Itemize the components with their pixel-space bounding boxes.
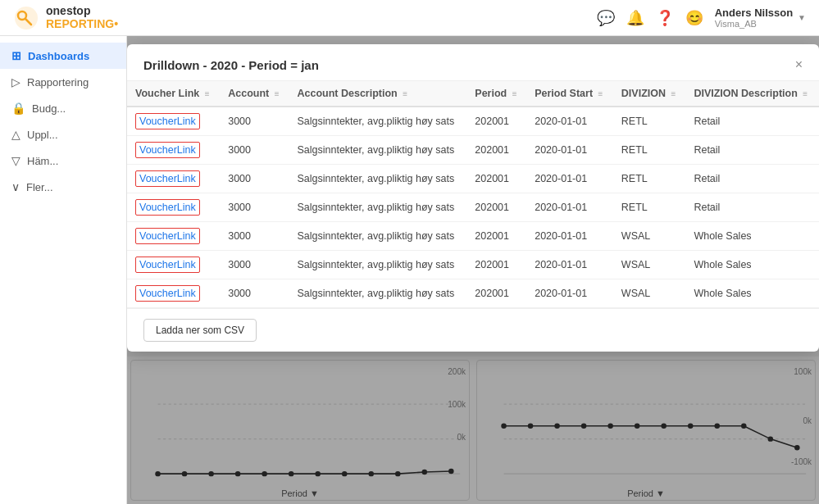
bell-icon[interactable]: 🔔 <box>626 9 644 27</box>
sort-icon: ≡ <box>403 89 407 98</box>
sort-icon: ≡ <box>598 89 603 98</box>
help-icon[interactable]: ❓ <box>656 9 674 27</box>
col-divizion: DIVIZION ≡ <box>613 81 686 107</box>
logo-icon <box>13 5 39 31</box>
table-cell: 202001 <box>466 136 526 165</box>
smiley-icon[interactable]: 😊 <box>685 9 703 27</box>
voucher-link-cell[interactable]: VoucherLink <box>127 279 220 308</box>
table-row: VoucherLink3000Salgsinntekter, avg.plikt… <box>127 193 819 222</box>
modal-header: Drilldown - 2020 - Period = jan × <box>127 44 819 81</box>
upload-icon: △ <box>11 128 20 141</box>
voucher-link-cell[interactable]: VoucherLink <box>127 165 220 193</box>
table-cell: 202001 <box>466 222 526 251</box>
logo-text: onestopREPORTING• <box>46 5 118 30</box>
sidebar-item-uppl[interactable]: △ Uppl... <box>0 121 126 148</box>
sidebar-item-uppl-label: Uppl... <box>27 129 58 141</box>
table-header: Voucher Link ≡ Account ≡ Account Descrip… <box>127 81 819 107</box>
table-row: VoucherLink3000Salgsinntekter, avg.plikt… <box>127 165 819 193</box>
sidebar-item-dashboards[interactable]: ⊞ Dashboards <box>0 43 126 69</box>
voucher-link[interactable]: VoucherLink <box>135 142 200 158</box>
voucher-link[interactable]: VoucherLink <box>135 257 200 273</box>
user-company: Visma_AB <box>715 19 793 29</box>
voucher-link[interactable]: VoucherLink <box>135 199 200 216</box>
table-cell: RETL <box>613 193 686 222</box>
col-period-start: Period Start ≡ <box>526 81 613 107</box>
table-cell: RETL <box>613 165 686 193</box>
table-cell: 3000 <box>220 251 289 279</box>
table-cell: Retail <box>685 165 819 193</box>
table-cell: Salgsinntekter, avg.pliktig høy sats <box>289 193 467 222</box>
sort-icon: ≡ <box>205 89 210 98</box>
table-cell: RETL <box>613 136 686 165</box>
table-cell: 202001 <box>466 279 526 308</box>
table-cell: Salgsinntekter, avg.pliktig høy sats <box>289 279 467 308</box>
table-cell: 3000 <box>220 193 289 222</box>
sidebar-item-ham[interactable]: ▽ Häm... <box>0 148 126 174</box>
table-cell: 2020-01-01 <box>526 279 613 308</box>
sort-icon: ≡ <box>671 89 676 98</box>
table-row: VoucherLink3000Salgsinntekter, avg.plikt… <box>127 107 819 136</box>
sidebar-item-rapportering[interactable]: ▷ Rapportering <box>0 69 126 95</box>
table-cell: 2020-01-01 <box>526 222 613 251</box>
sidebar: ⊞ Dashboards ▷ Rapportering 🔒 Budg... △ … <box>0 36 127 504</box>
table-cell: 202001 <box>466 193 526 222</box>
table-cell: Whole Sales <box>685 279 819 308</box>
table-cell: 2020-01-01 <box>526 165 613 193</box>
table-row: VoucherLink3000Salgsinntekter, avg.plikt… <box>127 279 819 308</box>
table-cell: 2020-01-01 <box>526 251 613 279</box>
voucher-link[interactable]: VoucherLink <box>135 170 200 187</box>
col-divizion-desc: DIVIZION Description ≡ <box>685 81 819 107</box>
table-cell: 2020-01-01 <box>526 107 613 136</box>
table-cell: 3000 <box>220 107 289 136</box>
voucher-link[interactable]: VoucherLink <box>135 113 200 129</box>
voucher-link[interactable]: VoucherLink <box>135 285 200 302</box>
table-cell: 2020-01-01 <box>526 136 613 165</box>
col-account: Account ≡ <box>220 81 289 107</box>
voucher-link-cell[interactable]: VoucherLink <box>127 193 220 222</box>
table-cell: Salgsinntekter, avg.pliktig høy sats <box>289 222 467 251</box>
table-cell: 3000 <box>220 279 289 308</box>
voucher-link-cell[interactable]: VoucherLink <box>127 251 220 279</box>
table-cell: 202001 <box>466 165 526 193</box>
lock-icon: 🔒 <box>11 102 25 115</box>
table-row: VoucherLink3000Salgsinntekter, avg.plikt… <box>127 136 819 165</box>
modal-backdrop: Drilldown - 2020 - Period = jan × Vouche… <box>127 36 819 504</box>
table-cell: 202001 <box>466 107 526 136</box>
table-cell: 3000 <box>220 165 289 193</box>
table-cell: Salgsinntekter, avg.pliktig høy sats <box>289 136 467 165</box>
download-csv-button[interactable]: Ladda ner som CSV <box>143 319 257 342</box>
sidebar-item-budg[interactable]: 🔒 Budg... <box>0 95 126 121</box>
sort-icon: ≡ <box>512 89 517 98</box>
user-chevron-icon: ▼ <box>798 13 806 22</box>
voucher-link-cell[interactable]: VoucherLink <box>127 107 220 136</box>
chat-icon[interactable]: 💬 <box>597 9 615 27</box>
modal-title: Drilldown - 2020 - Period = jan <box>143 58 319 72</box>
table-cell: Salgsinntekter, avg.pliktig høy sats <box>289 251 467 279</box>
voucher-link[interactable]: VoucherLink <box>135 228 200 244</box>
table-cell: RETL <box>613 107 686 136</box>
user-menu[interactable]: Anders Nilsson Visma_AB ▼ <box>715 7 806 30</box>
drilldown-modal: Drilldown - 2020 - Period = jan × Vouche… <box>127 44 819 352</box>
col-period: Period ≡ <box>466 81 526 107</box>
table-cell: 2020-01-01 <box>526 193 613 222</box>
sidebar-item-rapportering-label: Rapportering <box>27 76 89 89</box>
table-cell: WSAL <box>613 279 686 308</box>
top-navigation: onestopREPORTING• 💬 🔔 ❓ 😊 Anders Nilsson… <box>0 0 819 36</box>
sort-icon: ≡ <box>803 89 808 98</box>
table-cell: Salgsinntekter, avg.pliktig høy sats <box>289 107 467 136</box>
table-cell: Salgsinntekter, avg.pliktig høy sats <box>289 165 467 193</box>
sidebar-item-fler[interactable]: ∨ Fler... <box>0 174 126 200</box>
modal-close-button[interactable]: × <box>795 57 803 72</box>
sort-icon: ≡ <box>275 89 280 98</box>
table-cell: WSAL <box>613 251 686 279</box>
more-icon: ∨ <box>11 180 20 193</box>
modal-body[interactable]: Voucher Link ≡ Account ≡ Account Descrip… <box>127 81 819 308</box>
modal-footer: Ladda ner som CSV <box>127 308 819 352</box>
table-cell: 202001 <box>466 251 526 279</box>
voucher-link-cell[interactable]: VoucherLink <box>127 136 220 165</box>
table-cell: Retail <box>685 107 819 136</box>
app-layout: ⊞ Dashboards ▷ Rapportering 🔒 Budg... △ … <box>0 36 819 504</box>
table-row: VoucherLink3000Salgsinntekter, avg.plikt… <box>127 222 819 251</box>
col-account-desc: Account Description ≡ <box>289 81 467 107</box>
voucher-link-cell[interactable]: VoucherLink <box>127 222 220 251</box>
